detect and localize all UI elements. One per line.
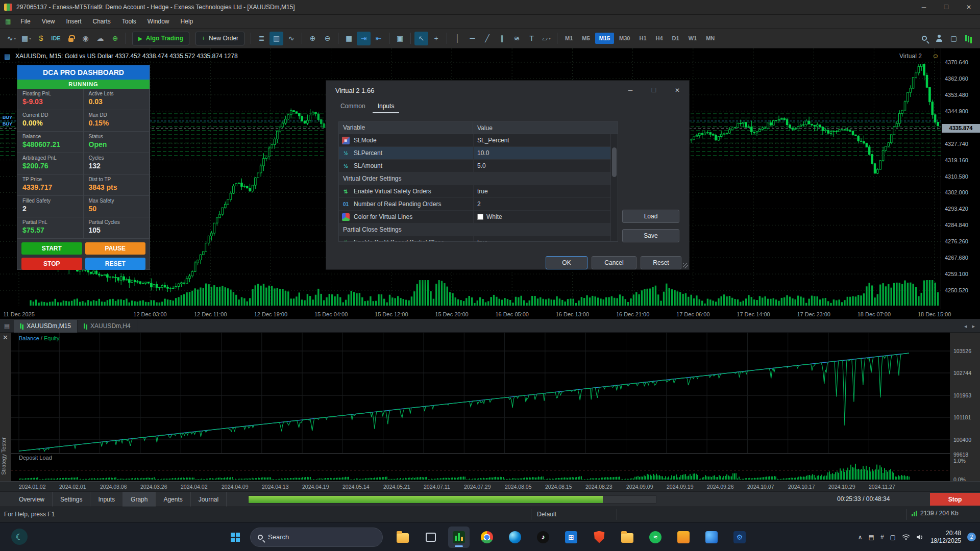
tester-tab-inputs[interactable]: Inputs: [90, 492, 123, 507]
tester-chart[interactable]: [0, 333, 980, 453]
folder-icon[interactable]: [617, 527, 638, 548]
menu-insert[interactable]: Insert: [60, 18, 87, 25]
resize-grip-icon[interactable]: [683, 263, 688, 268]
notification-badge[interactable]: 2: [967, 533, 976, 541]
fibo-icon[interactable]: ≋: [510, 32, 524, 45]
menu-charts[interactable]: Charts: [87, 18, 116, 25]
dialog-title-bar[interactable]: Virtual 2 1.66 ─ ☐ ✕: [326, 81, 689, 100]
metatrader5-icon[interactable]: [448, 527, 470, 548]
screenshot-icon[interactable]: ▣: [393, 32, 407, 45]
ea-status-icon[interactable]: ☺: [932, 52, 939, 60]
menu-help[interactable]: Help: [175, 18, 199, 25]
ok-button[interactable]: OK: [546, 256, 587, 269]
trendline-icon[interactable]: ╱: [480, 32, 494, 45]
dialog-maximize-button[interactable]: ☐: [642, 81, 666, 99]
accounts-icon[interactable]: $: [34, 32, 48, 45]
inputs-row[interactable]: Color for Virtual LinesWhite: [339, 211, 618, 223]
hline-icon[interactable]: ─: [465, 32, 479, 45]
tabs-list-icon[interactable]: ▤: [4, 322, 10, 330]
file-explorer-icon[interactable]: [392, 527, 413, 548]
shapes-icon[interactable]: ▱▾: [540, 32, 553, 45]
tabs-scroll-right-icon[interactable]: ▸: [972, 323, 975, 330]
dialog-tab-inputs[interactable]: Inputs: [373, 100, 400, 113]
menu-view[interactable]: View: [36, 18, 61, 25]
chart-line-icon[interactable]: ∿▾: [5, 32, 18, 45]
price-scale[interactable]: 4370.6404362.0604353.4804344.9004327.740…: [941, 48, 980, 309]
files-app-icon[interactable]: [673, 527, 694, 548]
timeframe-d1[interactable]: D1: [668, 33, 683, 44]
app-window-icon[interactable]: [420, 527, 442, 548]
timeframe-h1[interactable]: H1: [635, 33, 650, 44]
taskbar-search[interactable]: Search: [250, 528, 383, 547]
settings-app-icon[interactable]: ⚙: [729, 527, 750, 548]
zoom-in-icon[interactable]: ⊕: [306, 32, 320, 45]
tester-tab-settings[interactable]: Settings: [53, 492, 90, 507]
dialog-tab-common[interactable]: Common: [335, 100, 371, 113]
tiktok-icon[interactable]: ♪: [532, 527, 554, 548]
stop-button[interactable]: Stop: [930, 493, 980, 506]
terminal-icon[interactable]: ▢: [947, 32, 961, 45]
ide-button[interactable]: IDE: [49, 32, 63, 45]
timeframe-m5[interactable]: M5: [578, 33, 594, 44]
timeframe-m1[interactable]: M1: [561, 33, 577, 44]
brave-icon[interactable]: [589, 527, 610, 548]
ms-store-icon[interactable]: ⊞: [560, 527, 582, 548]
start-button[interactable]: [225, 527, 246, 548]
chart-objects-icon[interactable]: ▤: [4, 53, 10, 60]
cloud-icon[interactable]: ☁: [93, 32, 107, 45]
maximize-button[interactable]: ☐: [935, 0, 958, 14]
broadcast-icon[interactable]: ◉: [79, 32, 92, 45]
zoom-out-icon[interactable]: ⊖: [321, 32, 334, 45]
vline-icon[interactable]: │: [451, 32, 464, 45]
add-account-icon[interactable]: ⊕: [108, 32, 122, 45]
timeframe-mn[interactable]: MN: [702, 33, 719, 44]
timeframe-w1[interactable]: W1: [684, 33, 701, 44]
start-button[interactable]: START: [21, 242, 82, 255]
line-mode-icon[interactable]: ∿: [284, 32, 298, 45]
new-chart-icon[interactable]: ▤▾: [19, 32, 33, 45]
menu-window[interactable]: Window: [142, 18, 175, 25]
pause-button[interactable]: PAUSE: [85, 242, 146, 255]
chrome-icon[interactable]: [476, 527, 498, 548]
timeframe-m30[interactable]: M30: [615, 33, 634, 44]
chart-tab-xauusdm,h4[interactable]: XAUUSDm,H4: [78, 320, 137, 333]
close-button[interactable]: ✕: [958, 0, 980, 14]
taskbar-clock[interactable]: 20:48 18/12/2025: [930, 530, 961, 545]
tray-widget-icon[interactable]: ▤: [869, 534, 874, 541]
tester-tab-overview[interactable]: Overview: [11, 492, 53, 507]
inputs-group-row[interactable]: Virtual Order Settings: [339, 172, 618, 185]
scrollbar-thumb[interactable]: [612, 147, 617, 177]
search-icon[interactable]: [917, 32, 931, 45]
grid-icon[interactable]: ▦: [342, 32, 356, 45]
time-scale[interactable]: 11 Dec 202512 Dec 03:0012 Dec 11:0012 De…: [0, 309, 980, 320]
chart-area[interactable]: ▤ XAUUSDm, M15: Gold vs US Dollar 4337.4…: [0, 48, 980, 309]
dialog-scrollbar[interactable]: [610, 134, 618, 241]
load-button[interactable]: Load: [622, 210, 679, 223]
cursor-icon[interactable]: ↖: [414, 32, 428, 45]
edge-icon[interactable]: [504, 527, 526, 548]
auto-scroll-icon[interactable]: ⇤: [372, 32, 385, 45]
tray-grid-icon[interactable]: #: [880, 534, 884, 541]
connection-icon[interactable]: [962, 32, 975, 45]
timeframe-h4[interactable]: H4: [652, 33, 667, 44]
tray-display-icon[interactable]: ▢: [890, 534, 896, 541]
bar-chart-icon[interactable]: ▥: [270, 32, 283, 45]
inputs-row[interactable]: 01Number of Real Pending Orders2: [339, 198, 618, 211]
inputs-row[interactable]: ≡SLModeSL_Percent: [339, 134, 618, 147]
close-panel-icon[interactable]: ✕: [3, 334, 8, 341]
wifi-icon[interactable]: [902, 534, 910, 540]
inputs-row[interactable]: ½SLPercent10.0: [339, 147, 618, 160]
deposit-load-chart[interactable]: [0, 453, 980, 481]
minimize-button[interactable]: ─: [913, 0, 935, 14]
tick-chart-icon[interactable]: ≣: [255, 32, 268, 45]
text-icon[interactable]: T: [525, 32, 538, 45]
menu-file[interactable]: File: [15, 18, 36, 25]
reset-button[interactable]: Reset: [641, 256, 681, 269]
chart-tab-xauusdm,m15[interactable]: XAUUSDm,M15: [14, 320, 78, 333]
menu-tools[interactable]: Tools: [116, 18, 142, 25]
stop-button[interactable]: STOP: [21, 258, 82, 270]
tray-chevron-icon[interactable]: ∧: [858, 534, 863, 541]
inputs-row[interactable]: ⇅Enable Virtual Safety Orderstrue: [339, 185, 618, 198]
new-order-button[interactable]: +New Order: [195, 32, 244, 45]
channel-icon[interactable]: ∥: [495, 32, 509, 45]
